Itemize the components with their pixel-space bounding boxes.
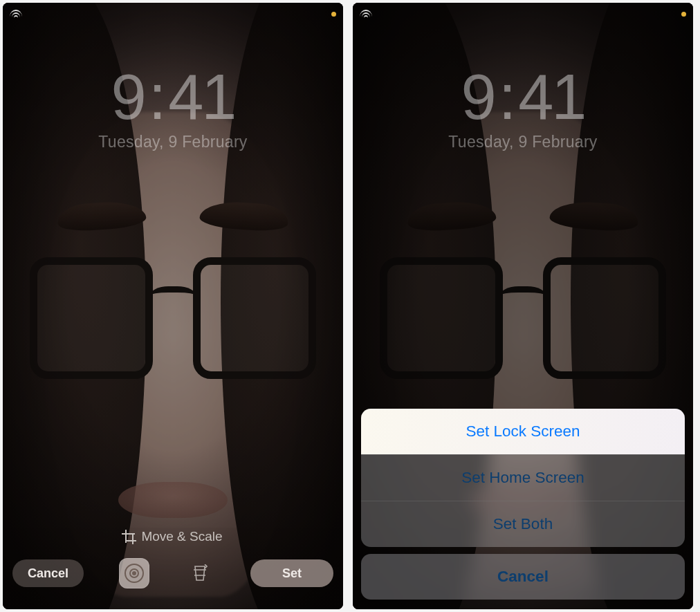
wallpaper-set-sheet-screen: 9:41 Tuesday, 9 February Set Lock Screen… [353, 3, 693, 609]
live-photo-icon [125, 564, 144, 583]
status-bar [360, 7, 686, 21]
wallpaper-toolbar: Move & Scale Cancel Set [3, 529, 343, 609]
crop-icon [123, 531, 135, 543]
cancel-button[interactable]: Cancel [12, 559, 84, 587]
clock-hours: 9 [461, 62, 494, 132]
clock-minutes: 41 [168, 62, 234, 132]
lockscreen-clock-preview: 9:41 Tuesday, 9 February [353, 65, 693, 151]
wifi-icon [360, 10, 372, 19]
set-both-option[interactable]: Set Both [361, 501, 685, 547]
clock-date: Tuesday, 9 February [353, 133, 693, 151]
wallpaper-move-scale-screen: 9:41 Tuesday, 9 February Move & Scale Ca… [3, 3, 343, 609]
set-action-sheet: Set Lock Screen Set Home Screen Set Both… [361, 409, 685, 600]
wifi-icon [10, 10, 22, 19]
privacy-indicator-icon [331, 12, 336, 17]
clock-date: Tuesday, 9 February [3, 133, 343, 151]
live-photo-toggle[interactable] [119, 558, 149, 588]
hint-label: Move & Scale [141, 529, 222, 544]
set-lock-screen-option[interactable]: Set Lock Screen [361, 409, 685, 454]
set-home-screen-option[interactable]: Set Home Screen [361, 454, 685, 501]
clock-hours: 9 [111, 62, 144, 132]
set-button[interactable]: Set [250, 559, 333, 587]
privacy-indicator-icon [681, 12, 686, 17]
clock-minutes: 41 [518, 62, 584, 132]
move-scale-hint: Move & Scale [12, 529, 333, 544]
perspective-zoom-toggle[interactable] [185, 558, 215, 588]
lockscreen-clock-preview: 9:41 Tuesday, 9 February [3, 65, 343, 151]
action-sheet-cancel-button[interactable]: Cancel [361, 554, 685, 600]
perspective-zoom-icon [192, 564, 208, 582]
status-bar [10, 7, 336, 21]
